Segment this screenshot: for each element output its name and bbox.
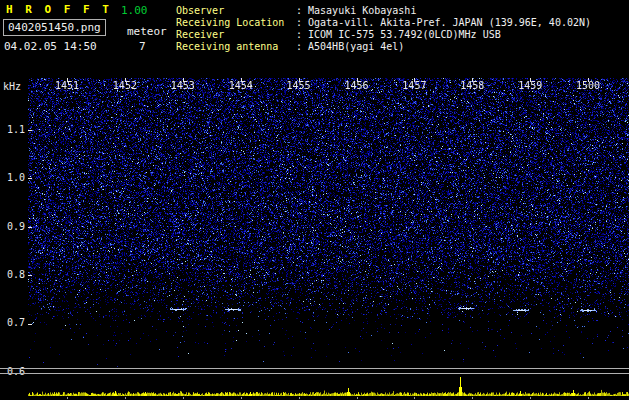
separator-line-top [0, 368, 629, 369]
signal-level-canvas [28, 375, 629, 399]
info-row-receiver: Receiver : ICOM IC-575 53.7492(0LCD)MHz … [176, 29, 591, 41]
freq-tick-label: 0.8 [0, 269, 25, 280]
info-row-location: Receiving Location : Ogata-vill. Akita-P… [176, 17, 591, 29]
info-row-observer: Observer : Masayuki Kobayashi [176, 5, 591, 17]
freq-tick-label: 0.7 [0, 317, 25, 328]
info-value: : Masayuki Kobayashi [296, 5, 416, 17]
info-value: : A504HB(yagi 4el) [296, 41, 404, 53]
observation-info: Observer : Masayuki Kobayashi Receiving … [176, 5, 591, 53]
spectrogram-canvas [28, 78, 629, 368]
info-value: : ICOM IC-575 53.7492(0LCD)MHz USB [296, 29, 501, 41]
meteor-count: 7 [139, 40, 146, 53]
freq-axis-unit: kHz [3, 81, 21, 92]
info-label: Receiver [176, 29, 296, 41]
freq-axis: 1.11.00.90.80.70.6 [0, 0, 27, 400]
info-label: Receiving antenna [176, 41, 296, 53]
mode-label: meteor [127, 25, 167, 38]
hrofft-screen: H R O F F T 1.00 0402051450.png meteor 7… [0, 0, 629, 400]
freq-tick-label: 0.9 [0, 221, 25, 232]
info-row-antenna: Receiving antenna : A504HB(yagi 4el) [176, 41, 591, 53]
freq-tick-label: 1.1 [0, 124, 25, 135]
filename: 0402051450.png [8, 21, 101, 34]
info-label: Observer [176, 5, 296, 17]
datetime: 04.02.05 14:50 [4, 40, 97, 53]
info-label: Receiving Location [176, 17, 296, 29]
app-title: H R O F F T [6, 3, 112, 16]
filename-box: 0402051450.png [3, 19, 106, 36]
app-version: 1.00 [121, 4, 148, 17]
separator-line-bottom [0, 373, 629, 374]
info-value: : Ogata-vill. Akita-Pref. JAPAN (139.96E… [296, 17, 591, 29]
freq-tick-label: 1.0 [0, 172, 25, 183]
